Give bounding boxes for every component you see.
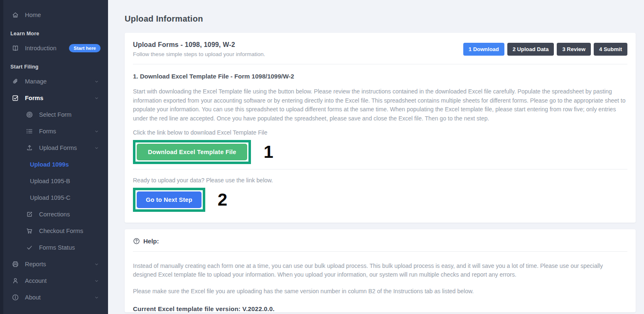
- sidebar-item-forms[interactable]: Forms: [0, 123, 108, 140]
- target-icon: [26, 111, 33, 118]
- help-title: Help:: [143, 238, 159, 245]
- divider: [133, 64, 627, 64]
- help-card: Help: Instead of manually creating each …: [125, 229, 636, 312]
- download-button-row: Download Excel Template File 1: [133, 140, 627, 164]
- help-paragraph-2: Please make sure the Excel file you are …: [133, 287, 627, 296]
- sidebar-item-label: Forms: [25, 95, 43, 101]
- start-here-badge[interactable]: Start here: [69, 44, 101, 52]
- sidebar-item-label: Reports: [25, 261, 46, 267]
- sidebar-item-upload-1095-c[interactable]: Upload 1095-C: [0, 189, 108, 206]
- sidebar-item-upload-1095-b[interactable]: Upload 1095-B: [0, 173, 108, 189]
- page-title: Upload Information: [125, 14, 636, 24]
- sidebar-item-label: Upload 1095-C: [30, 194, 71, 201]
- chevron-down-icon: [94, 96, 99, 101]
- wizard-step-3-review[interactable]: 3 Review: [557, 43, 591, 56]
- question-circle-icon: [133, 238, 140, 245]
- sidebar-item-home[interactable]: Home: [0, 7, 108, 23]
- annotation-box-1: Download Excel Template File: [133, 140, 251, 164]
- annotation-box-2: Go to Next Step: [133, 188, 205, 212]
- sidebar-item-introduction[interactable]: IntroductionStart here: [0, 40, 108, 56]
- annotation-number-1: 1: [263, 143, 273, 161]
- sidebar-item-account[interactable]: Account: [0, 272, 108, 289]
- book-icon: [12, 44, 19, 52]
- main-content: Upload Information Upload Forms - 1098, …: [108, 0, 644, 314]
- sidebar-item-checkout-forms[interactable]: Checkout Forms: [0, 223, 108, 239]
- wizard-steps: 1 Download2 Upload Data3 Review4 Submit: [463, 43, 627, 56]
- home-icon: [12, 11, 19, 19]
- card-title: Upload Forms - 1098, 1099, W-2: [133, 41, 265, 49]
- sidebar-item-reports[interactable]: Reports: [0, 256, 108, 272]
- list-icon: [26, 128, 33, 135]
- sidebar-item-label: Account: [25, 277, 47, 284]
- sidebar-item-label: Forms: [39, 128, 56, 135]
- sidebar-left-edge: [0, 0, 3, 314]
- download-excel-template-button[interactable]: Download Excel Template File: [137, 144, 247, 160]
- card-subtitle: Follow these simple steps to upload your…: [133, 51, 265, 57]
- paperclip-icon: [12, 78, 19, 85]
- checkbox-icon: [12, 94, 19, 102]
- annotation-number-2: 2: [218, 191, 227, 209]
- printer-icon: [12, 260, 19, 268]
- intro-paragraph: Start with downloading the Excel Templat…: [133, 87, 627, 123]
- sidebar-item-forms-status[interactable]: Forms Status: [0, 239, 108, 256]
- chevron-down-icon: [94, 129, 99, 134]
- go-to-next-step-button[interactable]: Go to Next Step: [137, 191, 202, 208]
- download-prompt: Click the link below to download Excel T…: [133, 129, 627, 136]
- chevron-down-icon: [94, 295, 99, 300]
- sidebar-item-forms[interactable]: Forms: [0, 90, 108, 106]
- sidebar-item-label: Checkout Forms: [39, 228, 83, 234]
- upload-icon: [26, 144, 33, 152]
- sidebar-item-manage[interactable]: Manage: [0, 73, 108, 90]
- sidebar-section-start-filing: Start Filing: [0, 64, 108, 70]
- sidebar-item-select-form[interactable]: Select Form: [0, 106, 108, 123]
- help-header: Help:: [125, 229, 636, 251]
- next-step-button-row: Go to Next Step 2: [133, 188, 627, 212]
- divider: [133, 169, 627, 169]
- upload-forms-card: Upload Forms - 1098, 1099, W-2 Follow th…: [125, 33, 636, 223]
- person-icon: [12, 277, 19, 285]
- sidebar: HomeLearn MoreIntroductionStart hereStar…: [0, 0, 108, 314]
- edit-icon: [26, 211, 33, 218]
- check-icon: [26, 244, 33, 251]
- next-step-prompt: Ready to upload your data? Please use th…: [133, 177, 627, 184]
- sidebar-item-label: Introduction: [25, 45, 57, 52]
- sidebar-item-label: About: [25, 294, 41, 301]
- chevron-down-icon: [94, 279, 99, 283]
- card-title-block: Upload Forms - 1098, 1099, W-2 Follow th…: [133, 41, 265, 57]
- chevron-down-icon: [94, 79, 99, 84]
- help-body: Instead of manually creating each form o…: [125, 252, 636, 312]
- sidebar-item-label: Forms Status: [39, 244, 75, 251]
- sidebar-item-label: Upload Forms: [39, 145, 77, 151]
- sidebar-item-label: Upload 1099s: [30, 161, 69, 168]
- help-paragraph-1: Instead of manually creating each form o…: [133, 262, 627, 280]
- template-version-line: Current Excel template file version: V.2…: [133, 305, 627, 312]
- sidebar-item-about[interactable]: About: [0, 289, 108, 306]
- sidebar-nav: HomeLearn MoreIntroductionStart hereStar…: [0, 0, 108, 306]
- card-body: 1. Download Excel Template File - Form 1…: [125, 73, 636, 223]
- chevron-down-icon: [94, 262, 99, 267]
- sidebar-item-upload-forms[interactable]: Upload Forms: [0, 140, 108, 156]
- card-header: Upload Forms - 1098, 1099, W-2 Follow th…: [125, 33, 636, 64]
- info-icon: [12, 294, 19, 301]
- chevron-down-icon: [94, 146, 99, 150]
- sidebar-item-label: Manage: [25, 78, 47, 85]
- sidebar-item-label: Corrections: [39, 211, 70, 218]
- wizard-step-1-download[interactable]: 1 Download: [463, 43, 504, 56]
- sidebar-item-upload-1099s[interactable]: Upload 1099s: [0, 156, 108, 173]
- sidebar-item-label: Select Form: [39, 111, 71, 118]
- sidebar-section-learn-more: Learn More: [0, 31, 108, 37]
- cart-icon: [26, 227, 33, 235]
- wizard-step-2-upload-data[interactable]: 2 Upload Data: [507, 43, 554, 56]
- wizard-step-4-submit[interactable]: 4 Submit: [594, 43, 627, 56]
- sidebar-item-label: Upload 1095-B: [30, 178, 70, 184]
- sidebar-item-label: Home: [25, 12, 41, 18]
- sidebar-item-corrections[interactable]: Corrections: [0, 206, 108, 223]
- step-section-title: 1. Download Excel Template File - Form 1…: [133, 73, 627, 80]
